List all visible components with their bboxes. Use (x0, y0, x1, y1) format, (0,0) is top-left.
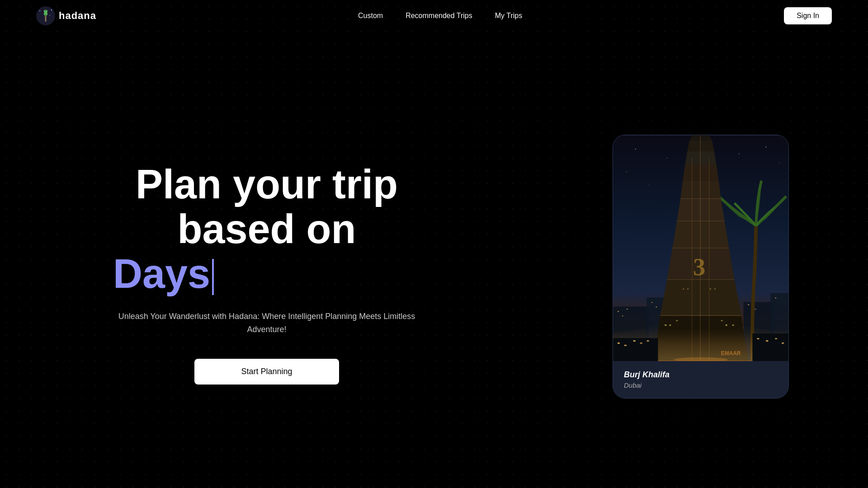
svg-marker-43 (692, 135, 710, 136)
svg-text:EMAAR: EMAAR (721, 350, 741, 357)
svg-point-13 (667, 158, 668, 159)
svg-point-15 (739, 153, 740, 154)
svg-rect-57 (676, 320, 678, 321)
svg-point-12 (635, 149, 636, 150)
hero-section: Plan your trip based on Days Unleash You… (108, 162, 425, 385)
nav-my-trips[interactable]: My Trips (495, 12, 522, 20)
svg-rect-49 (700, 136, 701, 360)
main-content: Plan your trip based on Days Unleash You… (0, 32, 868, 488)
svg-rect-27 (627, 309, 628, 310)
svg-rect-60 (687, 289, 689, 290)
svg-point-7 (39, 10, 40, 11)
brand-name: hadana (59, 10, 96, 22)
card-image: 3 (613, 135, 788, 361)
svg-point-19 (649, 185, 649, 185)
hero-subtitle: Unleash Your Wanderlust with Hadana: Whe… (108, 310, 425, 336)
svg-rect-53 (665, 324, 666, 326)
svg-rect-25 (618, 311, 619, 312)
svg-rect-26 (622, 315, 623, 316)
nav-links: Custom Recommended Trips My Trips (358, 12, 522, 20)
nav-recommended-trips[interactable]: Recommended Trips (406, 12, 472, 20)
svg-rect-72 (766, 340, 768, 342)
sign-in-button[interactable]: Sign In (784, 7, 832, 24)
svg-rect-54 (669, 324, 671, 326)
hero-title-highlight: Days (108, 252, 425, 296)
svg-rect-64 (613, 338, 658, 361)
card-info: Burj Khalifa Dubai (613, 361, 788, 398)
svg-rect-66 (618, 343, 620, 344)
svg-point-18 (626, 171, 627, 172)
svg-rect-71 (757, 338, 759, 339)
card-place-city: Dubai (624, 381, 778, 389)
svg-point-17 (779, 162, 779, 163)
svg-rect-65 (752, 333, 788, 361)
card-place-name: Burj Khalifa (624, 370, 778, 380)
svg-rect-67 (624, 345, 627, 346)
hero-title-line2: based on (177, 206, 356, 252)
svg-rect-30 (748, 304, 749, 305)
svg-point-16 (765, 146, 766, 147)
svg-rect-29 (656, 306, 657, 307)
svg-rect-70 (647, 340, 649, 342)
logo[interactable]: hadana (36, 6, 96, 25)
cursor-blink (212, 259, 214, 295)
destination-image-svg: 3 (613, 135, 788, 361)
svg-rect-69 (640, 343, 642, 344)
destination-card: 3 (613, 135, 789, 399)
hero-right: 3 (606, 135, 796, 399)
start-planning-button[interactable]: Start Planning (194, 359, 339, 385)
svg-rect-31 (755, 309, 756, 310)
svg-rect-55 (726, 324, 727, 326)
nav-custom[interactable]: Custom (358, 12, 383, 20)
hero-title: Plan your trip based on Days (108, 162, 425, 296)
hero-title-line1: Plan your trip (136, 162, 398, 207)
svg-rect-28 (651, 302, 653, 303)
svg-rect-58 (721, 320, 723, 321)
logo-icon (36, 6, 55, 25)
svg-rect-32 (775, 297, 776, 298)
svg-rect-61 (710, 289, 711, 290)
svg-rect-74 (782, 343, 784, 344)
svg-point-8 (51, 9, 52, 10)
navbar: hadana Custom Recommended Trips My Trips… (0, 0, 868, 32)
svg-rect-56 (732, 324, 734, 326)
svg-rect-62 (714, 289, 716, 290)
svg-text:3: 3 (693, 253, 705, 281)
svg-point-9 (49, 15, 50, 16)
svg-rect-73 (775, 338, 777, 339)
svg-rect-68 (633, 340, 636, 342)
svg-rect-59 (683, 289, 684, 290)
